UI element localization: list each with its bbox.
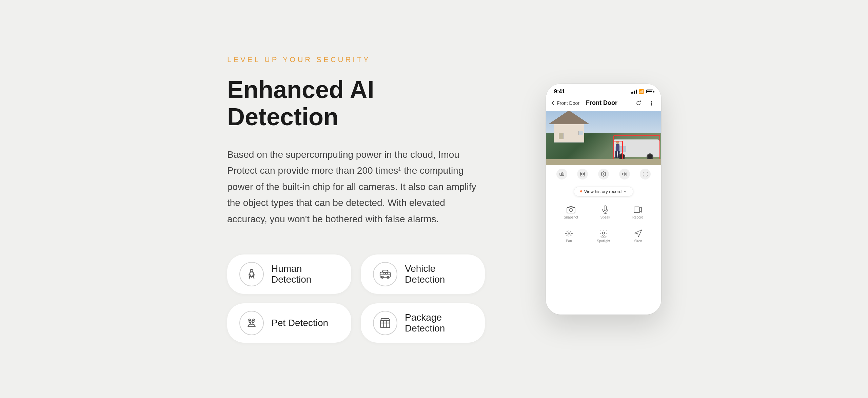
house-roof <box>549 111 589 126</box>
action-record[interactable]: Record <box>632 205 643 219</box>
action-spotlight[interactable]: Spotlight <box>597 229 610 243</box>
svg-rect-5 <box>386 272 388 274</box>
chevron-left-icon <box>551 100 555 106</box>
svg-point-10 <box>651 102 652 103</box>
vehicle-detection-card: Vehicle Detection <box>361 254 485 294</box>
history-pill-wrapper: View history record <box>546 183 661 198</box>
action-siren[interactable]: Siren <box>634 229 643 243</box>
door <box>559 133 564 139</box>
nav-title: Front Door <box>569 99 634 107</box>
svg-point-13 <box>561 173 563 175</box>
page-title: Enhanced AI Detection <box>227 76 485 130</box>
eyebrow-label: LEVEL UP YOUR SECURITY <box>227 55 485 64</box>
action-row-2: Pan Spotlight Siren <box>546 226 661 246</box>
human-icon-circle <box>239 262 264 286</box>
svg-point-7 <box>252 320 254 322</box>
spotlight-label: Spotlight <box>597 239 610 243</box>
app-actions: Snapshot Speak Recor <box>546 198 661 315</box>
svg-rect-8 <box>381 320 390 327</box>
action-pan[interactable]: Pan <box>565 229 573 243</box>
ctrl-btn-grid[interactable] <box>577 169 588 179</box>
camera-scene <box>546 111 661 165</box>
action-speak[interactable]: Speak <box>600 205 610 219</box>
svg-point-22 <box>568 232 570 234</box>
svg-rect-4 <box>383 272 385 274</box>
svg-marker-12 <box>549 111 589 124</box>
package-detection-label: Package Detection <box>405 312 473 334</box>
package-icon-circle <box>373 311 397 335</box>
nav-bar: Front Door Front Door <box>546 97 661 111</box>
ctrl-btn-volume[interactable] <box>619 169 630 179</box>
status-bar: 9:41 📶 <box>546 84 661 97</box>
left-content: LEVEL UP YOUR SECURITY Enhanced AI Detec… <box>207 55 485 342</box>
vehicle-icon <box>379 268 391 280</box>
phone-wrapper: 9:41 📶 <box>546 84 661 315</box>
ground <box>546 159 661 165</box>
history-pill-button[interactable]: View history record <box>574 187 633 196</box>
battery-icon <box>646 90 653 93</box>
human-detection-label: Human Detection <box>271 263 339 285</box>
signal-bars-icon <box>631 90 637 94</box>
action-row-1: Snapshot Speak Recor <box>546 203 661 222</box>
window <box>578 131 583 135</box>
svg-rect-21 <box>634 207 639 212</box>
page-wrapper: LEVEL UP YOUR SECURITY Enhanced AI Detec… <box>0 0 868 398</box>
ctrl-btn-expand[interactable] <box>640 169 651 179</box>
action-divider <box>553 224 654 224</box>
svg-point-11 <box>651 104 652 105</box>
refresh-icon[interactable] <box>634 99 643 108</box>
svg-point-18 <box>603 173 604 175</box>
ctrl-btn-settings[interactable] <box>598 169 609 179</box>
svg-point-20 <box>570 208 573 211</box>
svg-rect-16 <box>580 174 582 176</box>
pet-detection-label: Pet Detection <box>271 318 328 328</box>
package-icon <box>379 317 391 329</box>
human-detection-card: Human Detection <box>227 254 351 294</box>
phone-device: 9:41 📶 <box>546 84 661 315</box>
package-detection-card: Package Detection <box>361 303 485 343</box>
control-bar <box>546 165 661 183</box>
svg-rect-14 <box>580 172 582 174</box>
svg-rect-15 <box>583 172 585 174</box>
detection-grid: Human Detection Vehicle Detection <box>227 254 485 343</box>
description-text: Based on the supercomputing power in the… <box>227 147 485 227</box>
human-icon <box>245 268 258 280</box>
chevron-down-icon <box>624 190 627 193</box>
siren-label: Siren <box>634 239 642 243</box>
history-pill-label: View history record <box>584 189 622 194</box>
svg-rect-17 <box>583 174 585 176</box>
record-label: Record <box>632 215 643 219</box>
wifi-icon: 📶 <box>638 89 644 94</box>
status-icons: 📶 <box>631 89 653 94</box>
action-snapshot[interactable]: Snapshot <box>564 205 578 219</box>
vehicle-icon-circle <box>373 262 397 286</box>
detection-box-person <box>613 141 623 162</box>
house-element <box>549 114 589 143</box>
svg-point-23 <box>603 232 605 234</box>
nav-action-icons <box>634 99 656 108</box>
pet-icon <box>245 317 258 329</box>
svg-marker-19 <box>622 172 624 175</box>
pet-detection-card: Pet Detection <box>227 303 351 343</box>
speak-label: Speak <box>600 215 610 219</box>
camera-feed <box>546 111 661 165</box>
ctrl-btn-camera[interactable] <box>556 169 567 179</box>
snapshot-label: Snapshot <box>564 215 578 219</box>
more-icon[interactable] <box>647 99 656 108</box>
vehicle-detection-label: Vehicle Detection <box>405 263 473 285</box>
pet-icon-circle <box>239 311 264 335</box>
history-pill-dot <box>580 190 582 192</box>
status-time: 9:41 <box>554 89 565 95</box>
pan-label: Pan <box>566 239 572 243</box>
svg-point-6 <box>249 320 251 322</box>
svg-point-9 <box>651 101 652 101</box>
